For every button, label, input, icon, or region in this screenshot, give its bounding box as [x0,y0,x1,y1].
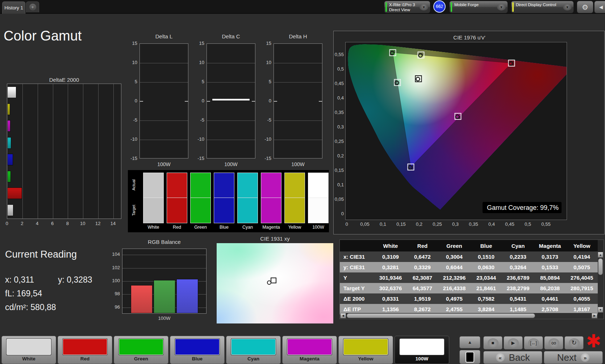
pattern-button-yellow[interactable]: Yellow [338,336,393,364]
collapse-panel-button[interactable]: ◀ [594,1,605,13]
swatch-label: Yellow [284,225,305,230]
workflow-dropdown[interactable]: Mobile Forge ▼ [449,1,508,13]
deltae-bar-yellow [7,103,10,115]
table-cell: 0,4975 [438,296,470,302]
column-header: Green [438,243,470,249]
rgb-bar-blue [176,279,198,313]
x-tick-label: 0,05 [358,221,372,227]
refresh-button[interactable]: ↻ [564,336,584,350]
table-vertical-scrollbar[interactable]: ▲ ▼ [598,252,603,313]
gridline [68,84,68,219]
swatch-column-100w [308,173,329,223]
y-tick-label: 10 [189,60,204,65]
range-button[interactable]: [↔] [524,336,543,350]
scroll-right-button[interactable]: ▶ [592,313,597,318]
zero-tick [274,101,277,102]
scroll-up-button[interactable]: ▲ [598,252,603,258]
y-tick-label: -5 [122,117,137,123]
chevrons-left-icon: « [496,353,505,362]
add-tab-button[interactable]: + [26,1,39,12]
gridline [83,84,83,219]
scroll-left-button[interactable]: ◀ [340,313,346,318]
next-button[interactable]: Next » [544,351,603,364]
target-swatch-magenta [261,198,281,223]
table-cell: 0,3264 [502,264,534,270]
table-row-3: Y301,934662,3087212,329623,0344236,67898… [340,272,598,283]
table-cell: 0,4461 [534,296,566,302]
arrow-left-icon: ◀ [599,4,603,10]
swatch-label: Green [190,225,211,230]
x-tick-label: 0 [339,221,354,227]
pattern-label: 100W [395,356,449,361]
pattern-label: Red [58,356,112,361]
table-cell: 86,2038 [534,285,566,291]
table-cell: 0,5075 [566,264,598,270]
stop-icon: ■ [488,338,498,348]
y-tick-label: 15 [256,41,271,46]
swatch-label: Blue [214,225,234,230]
x-tick-label: 0,2 [412,221,426,227]
gridline [140,120,188,121]
column-header: Cyan [502,243,534,249]
pattern-label: White [2,356,56,361]
gridline [122,255,206,255]
settings-button[interactable]: ⚙ [577,1,593,13]
pattern-button-magenta[interactable]: Magenta [282,336,337,364]
delta_c-x-label: 100W [206,161,255,167]
scroll-down-button[interactable]: ▼ [598,307,603,313]
y-tick-label: 0 [189,98,204,103]
pattern-window-toggle-button[interactable] [459,350,480,364]
chevron-down-icon[interactable]: ▼ [563,4,572,10]
gridline [274,63,322,63]
delta_c-title: Delta C [203,33,259,39]
tab-history-1[interactable]: History 1 [2,1,25,14]
device-dropdown[interactable]: Direct Display Control ▼ [511,1,574,13]
pattern-swatch-white [7,339,51,355]
pattern-button-red[interactable]: Red [58,336,112,364]
cie1976-title: CIE 1976 u'v' [334,34,605,41]
stop-button[interactable]: ■ [483,336,502,350]
vertical-scroll-thumb[interactable] [598,258,603,275]
table-cell: 0,1533 [534,264,566,270]
delta_h-title: Delta H [270,33,326,39]
chevrons-right-icon: » [581,353,589,362]
swatch-column-yellow [284,173,305,223]
pattern-button-white[interactable]: White [1,336,56,364]
table-cell: 276,4045 [566,275,598,281]
y-tick-label: 102 [107,265,120,270]
table-horizontal-scrollbar[interactable]: ◀ ▶ [340,313,597,318]
delta_h-chart [274,43,322,158]
actual-swatch-white [143,173,164,198]
chevron-down-icon[interactable]: ▼ [497,4,506,10]
chevron-down-icon[interactable]: ▼ [420,4,428,10]
app-window: History 1 + X-Rite i1Pro 3 Direct View ▼… [0,0,605,364]
pattern-button-green[interactable]: Green [114,336,168,364]
table-cell: 3,8284 [470,306,502,312]
white-point-target-marker [271,278,276,283]
table-cell: 0,2233 [502,254,534,260]
table-cell: 216,4338 [438,285,470,291]
play-button[interactable]: ▶ [504,336,523,350]
y-tick-label: 0,25 [332,139,344,144]
y-tick-label: 0 [332,211,344,216]
meter-count-badge: 662 [433,0,446,13]
pattern-button-cyan[interactable]: Cyan [226,336,281,364]
pattern-window-up-button[interactable]: ▲ [459,336,480,348]
cie1931-chart [217,243,333,323]
row-label: y: CIE31 [340,264,375,270]
meter-dropdown[interactable]: X-Rite i1Pro 3 Direct View ▼ [384,1,430,13]
x-tick-label: 0,5 [521,221,535,227]
pattern-swatch-100w [400,339,444,355]
pattern-button-blue[interactable]: Blue [170,336,225,364]
table-cell: 0,7582 [470,296,502,302]
horizontal-scroll-thumb[interactable] [347,313,535,318]
actual-swatch-yellow [284,173,305,198]
device-status-stripe [512,2,514,12]
rgb-balance-title: RGB Balance [122,239,206,245]
gridline [140,82,188,82]
x-tick-label: 0,25 [430,221,445,227]
table-cell: 238,2799 [502,285,534,291]
back-button[interactable]: « Back [483,351,542,364]
loop-button[interactable]: ∞ [544,336,563,350]
pattern-button-100w[interactable]: 100W [395,336,449,364]
